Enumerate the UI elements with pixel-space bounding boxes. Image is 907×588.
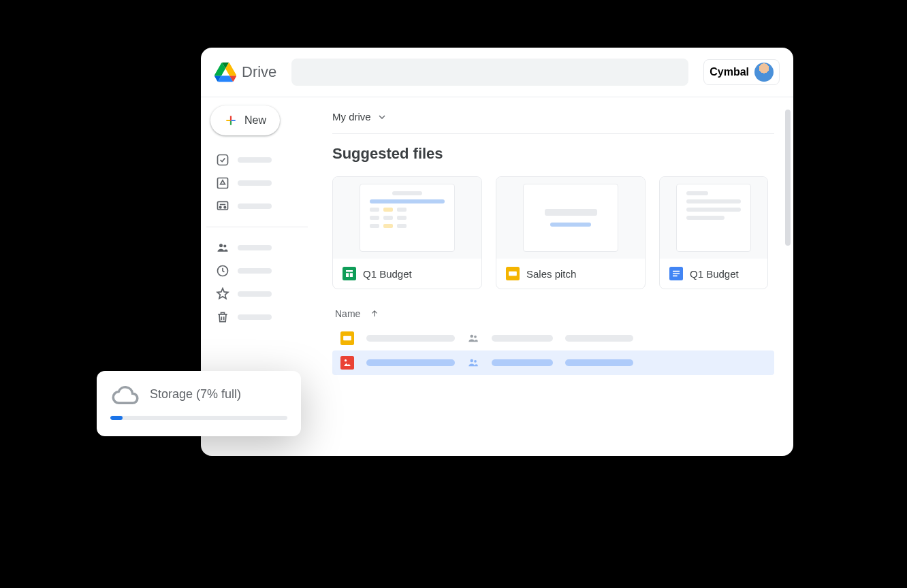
breadcrumb[interactable]: My drive [332,111,774,134]
svg-point-5 [219,244,223,247]
svg-point-4 [224,206,226,208]
file-card[interactable]: Q1 Budget [659,176,768,289]
cell-placeholder [492,359,553,366]
svg-rect-10 [509,272,517,276]
suggested-files: Q1 Budget Sales pitch [332,176,774,289]
cell-placeholder [565,359,633,366]
column-name: Name [335,308,360,319]
svg-rect-2 [218,201,228,210]
nav-label-placeholder [238,291,272,297]
storage-progress [110,416,287,420]
new-button[interactable]: New [210,105,280,135]
nav-label-placeholder [238,180,272,186]
sidebar-item-starred[interactable] [206,284,308,304]
docs-icon [669,267,683,280]
people-icon [216,241,229,255]
svg-point-15 [474,336,477,338]
storage-card[interactable]: Storage (7% full) [97,371,301,436]
drive-logo[interactable]: Drive [214,61,276,83]
clock-icon [216,264,229,278]
section-title: Suggested files [332,145,774,163]
breadcrumb-label: My drive [332,111,371,122]
nav-label-placeholder [238,268,272,274]
svg-point-17 [345,359,347,361]
sidebar-item-recent[interactable] [206,261,308,280]
file-preview [496,177,645,259]
file-name: Sales pitch [526,268,576,280]
shared-icon [467,332,479,344]
file-preview [333,177,481,259]
svg-rect-13 [343,336,351,341]
sheets-icon [343,267,356,280]
cell-placeholder [366,359,455,366]
file-name: Q1 Budget [363,268,412,280]
table-row[interactable] [332,326,774,350]
nav-label-placeholder [238,203,272,209]
checkbox-icon [216,153,229,167]
search-input[interactable] [291,59,688,86]
app-title: Drive [242,63,276,81]
table-header[interactable]: Name [332,308,774,326]
sidebar-item-mydrive[interactable] [206,174,308,193]
sidebar-item-computers[interactable] [206,197,308,216]
drive-icon [214,61,236,83]
storage-progress-fill [110,416,123,420]
cloud-icon [110,383,140,405]
sidebar-item-priority[interactable] [206,150,308,169]
svg-rect-0 [218,155,228,165]
org-badge[interactable]: Cymbal [703,59,780,85]
sidebar-item-shared[interactable] [206,238,308,257]
svg-point-19 [474,360,477,363]
nav-divider [206,227,308,227]
drive-square-icon [216,176,229,190]
cell-placeholder [565,335,633,342]
shared-icon [467,357,479,369]
scrollbar[interactable] [785,110,791,246]
nav-label-placeholder [238,157,272,163]
file-preview [660,177,767,259]
sort-ascending-icon [370,309,379,318]
slides-icon [506,267,520,280]
svg-point-18 [471,359,474,363]
image-icon [340,356,354,370]
chevron-down-icon [377,112,387,122]
org-name: Cymbal [710,66,749,78]
trash-icon [216,310,229,324]
cell-placeholder [366,335,455,342]
main: My drive Suggested files [313,97,793,456]
svg-point-3 [219,206,221,208]
file-card[interactable]: Q1 Budget [332,176,482,289]
computers-icon [216,199,229,213]
avatar [754,63,774,82]
nav-label-placeholder [238,314,272,320]
slides-icon [340,331,354,345]
cell-placeholder [492,335,553,342]
svg-point-14 [471,335,474,338]
svg-rect-8 [343,267,356,280]
svg-rect-16 [340,356,354,370]
new-button-label: New [244,114,266,127]
plus-icon [224,114,238,127]
sidebar-item-trash[interactable] [206,308,308,327]
svg-point-6 [223,244,226,247]
file-card[interactable]: Sales pitch [496,176,646,289]
header: Drive Cymbal [201,48,793,97]
file-name: Q1 Budget [690,268,739,280]
storage-label: Storage (7% full) [150,387,241,402]
table-row[interactable] [332,350,774,375]
star-icon [216,287,229,301]
nav-label-placeholder [238,245,272,250]
